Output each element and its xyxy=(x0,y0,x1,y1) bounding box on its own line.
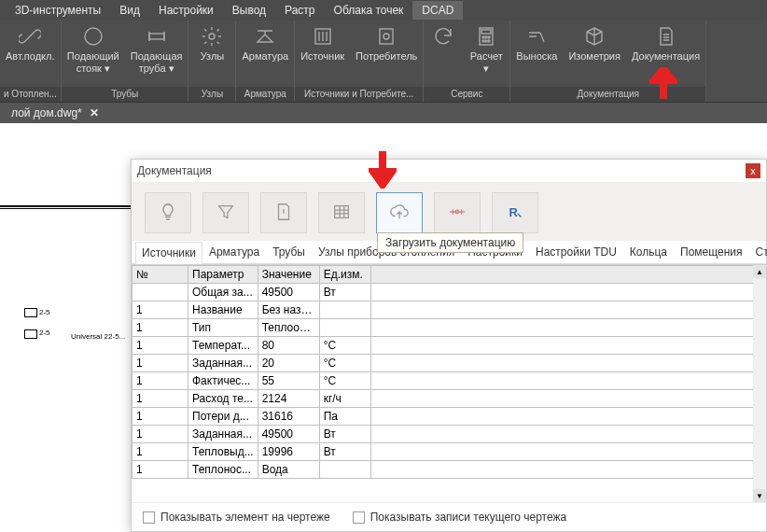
table-cell[interactable]: Вода xyxy=(258,461,319,479)
tool-warning-button[interactable] xyxy=(260,192,307,233)
table-cell[interactable]: 55 xyxy=(258,372,319,390)
table-cell[interactable]: 19996 xyxy=(258,443,319,461)
table-cell[interactable]: 1 xyxy=(132,355,188,372)
table-cell[interactable] xyxy=(319,461,370,479)
fittings-button[interactable]: Арматура xyxy=(236,24,294,63)
table-cell[interactable]: 1 xyxy=(132,337,188,355)
menu-view[interactable]: Вид xyxy=(110,1,149,20)
table-cell[interactable] xyxy=(319,319,370,337)
table-cell[interactable]: 1 xyxy=(132,408,188,426)
table-cell[interactable]: Вт xyxy=(319,426,370,443)
column-number[interactable]: № xyxy=(132,266,188,284)
nodes-button[interactable]: Узлы xyxy=(188,24,235,63)
menu-pointclouds[interactable]: Облака точек xyxy=(325,1,413,20)
table-cell[interactable]: 1 xyxy=(132,319,188,337)
tool-upload-button[interactable]: Загрузить документацию xyxy=(376,192,423,233)
table-cell[interactable]: 1 xyxy=(132,301,188,319)
column-unit[interactable]: Ед.изм. xyxy=(319,266,370,284)
table-cell[interactable]: Общая за... xyxy=(188,284,258,301)
tab-rings[interactable]: Кольца xyxy=(623,241,674,263)
scroll-down-button[interactable]: ▼ xyxy=(753,489,766,502)
table-vertical-scrollbar[interactable]: ▲ ▼ xyxy=(753,265,766,502)
tab-risers[interactable]: Стояки в перекр xyxy=(749,241,767,263)
table-cell[interactable]: 1 xyxy=(132,390,188,408)
column-param[interactable]: Параметр xyxy=(188,266,258,284)
table-row[interactable]: 1Расход те...2124кг/ч xyxy=(132,390,766,408)
table-cell[interactable]: Вт xyxy=(319,284,370,301)
table-cell[interactable]: 49500 xyxy=(258,426,319,443)
tab-settings-tdu[interactable]: Настройки TDU xyxy=(529,241,623,263)
table-cell[interactable]: Тип xyxy=(188,319,258,337)
show-on-drawing-checkbox[interactable]: Показывать элемент на чертеже xyxy=(143,511,330,524)
supply-pipe-button[interactable]: Подающая труба ▾ xyxy=(125,24,188,75)
table-row[interactable]: 1Потери д...31616Па xyxy=(132,408,766,426)
consumer-button[interactable]: Потребитель xyxy=(350,24,423,63)
tab-pipes[interactable]: Трубы xyxy=(266,241,312,263)
table-cell[interactable]: Па xyxy=(319,408,370,426)
table-cell[interactable]: Название xyxy=(188,301,258,319)
table-cell[interactable]: 1 xyxy=(132,461,188,479)
table-row[interactable]: 1ТипТеплообм... xyxy=(132,319,766,337)
table-row[interactable]: 1НазваниеБез назва... xyxy=(132,301,766,319)
table-row[interactable]: Общая за...49500Вт xyxy=(132,284,766,301)
table-cell[interactable]: 2124 xyxy=(258,390,319,408)
tab-sources[interactable]: Источники xyxy=(135,242,202,264)
table-cell[interactable]: 31616 xyxy=(258,408,319,426)
table-cell[interactable]: Вт xyxy=(319,443,370,461)
tool-hints-button[interactable] xyxy=(145,192,191,233)
menu-raster[interactable]: Растр xyxy=(275,1,324,20)
table-cell[interactable]: Без назва... xyxy=(258,301,319,319)
table-cell[interactable] xyxy=(319,301,370,319)
table-row[interactable]: 1Заданная...49500Вт xyxy=(132,426,766,443)
menu-output[interactable]: Вывод xyxy=(223,1,275,20)
table-cell[interactable]: 20 xyxy=(258,355,319,372)
show-current-records-checkbox[interactable]: Показывать записи текущего чертежа xyxy=(353,511,567,524)
refresh-button[interactable] xyxy=(424,24,463,50)
table-cell[interactable]: °C xyxy=(319,337,370,355)
table-cell[interactable]: 1 xyxy=(132,426,188,443)
table-cell[interactable]: Теплонос... xyxy=(188,461,258,479)
supply-riser-button[interactable]: Подающий стояк ▾ xyxy=(62,24,125,75)
table-cell[interactable]: 1 xyxy=(132,443,188,461)
tool-revit-button[interactable]: R xyxy=(492,192,538,233)
isometry-button[interactable]: Изометрия xyxy=(563,24,626,63)
panel-close-button[interactable]: x xyxy=(746,163,760,178)
table-cell[interactable]: Температ... xyxy=(188,337,258,355)
table-cell[interactable]: Заданная... xyxy=(188,355,258,372)
documentation-button[interactable]: Документация xyxy=(626,24,705,63)
table-cell[interactable]: °C xyxy=(319,355,370,372)
scroll-up-button[interactable]: ▲ xyxy=(753,265,766,278)
table-cell[interactable]: Теплообм... xyxy=(258,319,319,337)
table-cell[interactable]: Фактичес... xyxy=(188,372,258,390)
table-cell[interactable] xyxy=(132,284,188,301)
table-cell[interactable]: °C xyxy=(319,372,370,390)
filetab-close-icon[interactable]: ✕ xyxy=(90,106,99,119)
table-cell[interactable]: Заданная... xyxy=(188,426,258,443)
tab-rooms[interactable]: Помещения xyxy=(674,241,748,263)
table-row[interactable]: 1Заданная...20°C xyxy=(132,355,766,372)
table-row[interactable]: 1Фактичес...55°C xyxy=(132,372,766,390)
source-button[interactable]: Источник xyxy=(295,24,350,63)
tab-fittings[interactable]: Арматура xyxy=(202,241,266,263)
table-cell[interactable]: 80 xyxy=(258,337,319,355)
table-cell[interactable]: Тепловыд... xyxy=(188,443,258,461)
callout-button[interactable]: Выноска xyxy=(510,24,563,63)
menu-3d-tools[interactable]: 3D-инструменты xyxy=(6,1,110,20)
table-cell[interactable]: Потери д... xyxy=(188,408,258,426)
table-row[interactable]: 1Теплонос...Вода xyxy=(132,461,766,479)
table-cell[interactable]: кг/ч xyxy=(319,390,370,408)
auto-connect-button[interactable]: Авт.подкл. xyxy=(0,24,60,63)
table-cell[interactable]: 1 xyxy=(132,372,188,390)
table-row[interactable]: 1Температ...80°C xyxy=(132,337,766,355)
menu-dcad[interactable]: DCAD xyxy=(412,1,463,20)
column-value[interactable]: Значение xyxy=(258,266,319,284)
calc-button[interactable]: Расчет ▾ xyxy=(463,24,509,75)
filetab-active[interactable]: лой дом.dwg* ✕ xyxy=(4,104,106,122)
table-row[interactable]: 1Тепловыд...19996Вт xyxy=(132,443,766,461)
table-cell[interactable]: 49500 xyxy=(258,284,319,301)
tool-pipeline-button[interactable] xyxy=(434,192,481,233)
data-table[interactable]: № Параметр Значение Ед.изм. Общая за...4… xyxy=(132,265,766,479)
menu-settings[interactable]: Настройки xyxy=(149,1,223,20)
tool-table-button[interactable] xyxy=(318,192,365,233)
tool-filter-button[interactable] xyxy=(202,192,249,233)
